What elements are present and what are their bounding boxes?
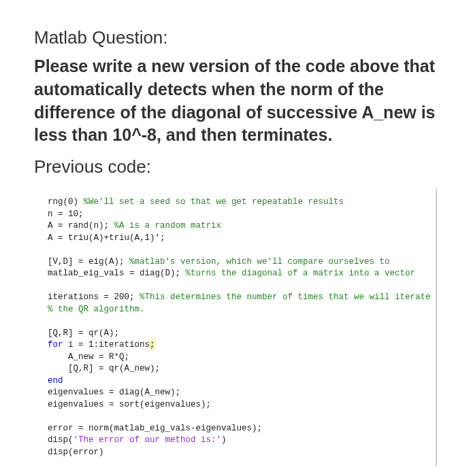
code-comment: %matlab's version, which we'll compare o…	[129, 257, 390, 267]
code-line: n = 10;	[48, 209, 84, 219]
code-line: disp(	[48, 435, 74, 445]
code-line: iterations = 200;	[48, 292, 140, 302]
code-line: matlab_eig_vals = diag(D);	[48, 269, 186, 278]
code-line: [Q,R] = qr(A);	[48, 328, 119, 338]
code-comment: %This determines the number of times tha…	[140, 292, 431, 302]
code-line: i = 1:iterations	[63, 340, 150, 350]
code-line: A = rand(n);	[48, 221, 114, 231]
code-comment: %A is a random matrix	[114, 221, 222, 231]
code-keyword: for	[48, 340, 63, 350]
page-title: Matlab Question:	[34, 27, 437, 48]
code-block: rng(0) %We'll set a seed so that we get …	[34, 188, 437, 466]
code-line: rng(0)	[48, 197, 84, 207]
previous-code-label: Previous code:	[34, 156, 437, 177]
code-line: error = norm(matlab_eig_vals-eigenvalues…	[48, 424, 262, 433]
code-line: eigenvalues = sort(eigenvalues);	[48, 400, 211, 409]
code-line: )	[221, 435, 227, 445]
code-line: [V,D] = eig(A);	[48, 257, 129, 267]
code-comment: % the QR algorithm.	[48, 305, 145, 314]
code-line: A = triu(A)+triu(A,1)';	[48, 233, 165, 243]
code-keyword: end	[48, 376, 63, 386]
code-highlight: ;	[150, 340, 155, 350]
question-text: Please write a new version of the code a…	[34, 55, 437, 147]
code-line: disp(error)	[48, 447, 104, 457]
code-comment: %turns the diagonal of a matrix into a v…	[186, 269, 416, 278]
code-line: [Q,R] = qr(A_new);	[48, 364, 160, 373]
code-line: eigenvalues = diag(A_new);	[48, 388, 180, 397]
code-comment: %We'll set a seed so that we get repeata…	[84, 197, 344, 207]
code-line: A_new = R*Q;	[48, 352, 129, 362]
code-string: 'The error of our method is:'	[74, 435, 222, 445]
